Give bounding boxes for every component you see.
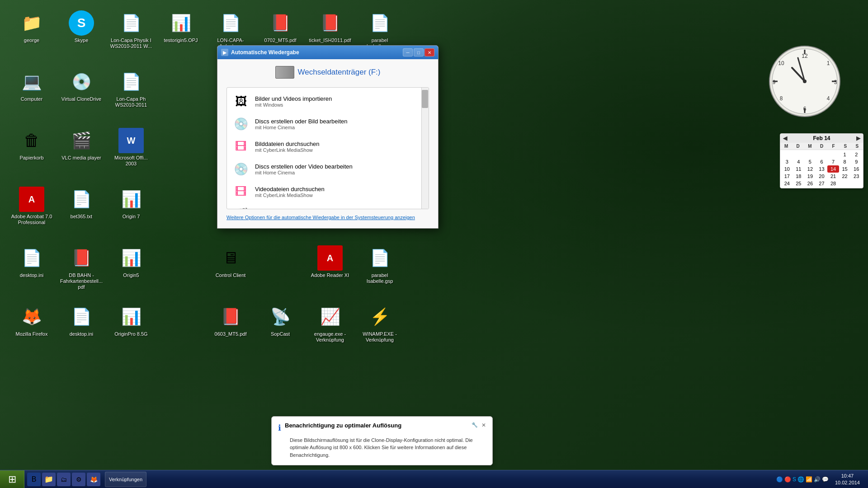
taskbar-item-verknupfungen[interactable]: Verknüpfungen <box>105 472 146 487</box>
desktop-icon-db-bahn[interactable]: 📕 DB BAHN - Fahrkartenbestell...pdf <box>57 242 106 300</box>
icon-label: Origin5 <box>123 272 139 278</box>
notification-close-button[interactable]: ✕ <box>481 422 486 428</box>
taskbar-icon-explorer[interactable]: 📁 <box>42 473 56 486</box>
desktop-icon-desktop-ini1[interactable]: 📄 desktop.ini <box>7 242 57 300</box>
icon-label: desktop.ini <box>20 272 44 278</box>
taskbar-icon-beatport[interactable]: B <box>27 473 41 486</box>
tray-icon-skype[interactable]: S <box>793 476 796 483</box>
desktop-icon-virtual-clone[interactable]: 💿 Virtual CloneDrive <box>57 66 106 124</box>
chart-icon: 📊 <box>168 10 193 36</box>
icon-label: VLC media player <box>61 155 101 161</box>
tray-icon-4[interactable]: 📶 <box>806 476 812 483</box>
firefox-icon: 🦊 <box>19 304 44 329</box>
dialog-title: Automatische Wiedergabe <box>231 49 400 56</box>
desktop-icon-parabel2[interactable]: 📄 parabel Isabelle.gsp <box>355 242 405 300</box>
clock-area[interactable]: 10:47 10.02.2014 <box>830 473 864 486</box>
drive-icon <box>275 66 294 79</box>
desktop-icon-winamp[interactable]: ⚡ WINAMP.EXE - Verknüpfung <box>355 300 405 359</box>
taskbar-icon-explorer2[interactable]: 🗂 <box>57 473 71 486</box>
desktop-icon-control-client[interactable]: 🖥 Control Client <box>206 242 255 300</box>
scrollbar-track[interactable] <box>421 88 429 209</box>
document-icon: 📄 <box>118 69 144 94</box>
maximize-button[interactable]: □ <box>414 48 424 56</box>
taskbar-icon-settings[interactable]: ⚙ <box>72 473 85 486</box>
winamp-icon: ⚡ <box>367 304 392 329</box>
document-icon: 📄 <box>118 10 144 36</box>
desktop-icon-desktop-ini2[interactable]: 📄 desktop.ini <box>57 300 106 359</box>
option-create-disc[interactable]: 💿 Discs erstellen oder Bild bearbeiten m… <box>227 113 429 135</box>
taskbar-items: Verknüpfungen <box>103 470 773 488</box>
desktop-icon-firefox[interactable]: 🦊 Mozilla Firefox <box>7 300 57 359</box>
icon-label: Lon-Capa Ph WS2010-2011 <box>110 96 153 108</box>
desktop-icon-origin7[interactable]: 📊 Origin 7 <box>106 183 156 242</box>
clock-time: 10:47 <box>841 473 854 479</box>
notification-popup: ℹ Benachrichtigung zu optimaler Auflösun… <box>271 416 493 466</box>
icon-label: Adobe Reader XI <box>311 272 349 278</box>
windows-logo-icon: ⊞ <box>8 474 16 485</box>
desktop-icon-adobe-reader[interactable]: A Adobe Reader XI <box>305 242 355 300</box>
icon-label: OriginPro 8.5G <box>114 331 147 337</box>
icon-label: Papierkorb <box>19 155 43 161</box>
office-icon: W <box>118 128 144 153</box>
footer-link[interactable]: Weitere Optionen für die automatische Wi… <box>226 214 429 221</box>
option-text: Bilder und Videos importieren mit Window… <box>255 95 423 108</box>
desktop-icon-papierkorb[interactable]: 🗑 Papierkorb <box>7 124 57 183</box>
calendar-next-button[interactable]: ▶ <box>856 135 860 141</box>
calendar-widget: ◀ Feb 14 ▶ M D M D F S S 1 2 3 4 5 6 7 8 <box>780 133 863 188</box>
calendar-prev-button[interactable]: ◀ <box>783 135 787 141</box>
desktop-icon-origin5[interactable]: 📊 Origin5 <box>106 242 156 300</box>
pictures-icon: 🖼 <box>232 93 250 110</box>
tray-icon-1[interactable]: 🔵 <box>776 476 783 483</box>
tray-icon-2[interactable]: 🔴 <box>784 476 791 483</box>
svg-text:3: 3 <box>834 79 837 85</box>
desktop-icon-lon-capa-physik[interactable]: 📄 Lon-Capa Physik I WS2010-2011 W... <box>106 7 156 66</box>
tray-icon-3[interactable]: 🌐 <box>797 476 804 483</box>
svg-text:9: 9 <box>773 79 776 85</box>
option-import-pictures[interactable]: 🖼 Bilder und Videos importieren mit Wind… <box>227 90 429 113</box>
desktop-icon-engauge[interactable]: 📈 engauge.exe - Verknüpfung <box>305 300 355 359</box>
taskbar: ⊞ B 📁 🗂 ⚙ 🦊 Verknüpfungen 🔵 🔴 S 🌐 📶 🔊 💬 <box>0 470 868 488</box>
desktop-icon-george[interactable]: 📁 george <box>7 7 57 66</box>
icon-label: Control Client <box>216 272 246 278</box>
desktop-icon-testorigin5[interactable]: 📊 testorigin5.OPJ <box>156 7 206 66</box>
desktop-icon-sopcast[interactable]: 📡 SopCast <box>255 300 305 359</box>
desktop-icon-ms-office[interactable]: W Microsoft Offi... 2003 <box>106 124 156 183</box>
document-icon: 📄 <box>367 10 392 36</box>
icon-label: testorigin5.OPJ <box>164 38 198 43</box>
desktop-icon-vlc[interactable]: 🎬 VLC media player <box>57 124 106 183</box>
taskbar-tray: 🔵 🔴 S 🌐 📶 🔊 💬 10:47 10.02.2014 <box>773 473 868 486</box>
option-create-disc2[interactable]: 💿 Discs erstellen oder Video bearbeiten … <box>227 158 429 180</box>
desktop-icon-skype[interactable]: S Skype <box>57 7 106 66</box>
option-browse-images[interactable]: 🎞 Bilddateien durchsuchen mit CyberLink … <box>227 135 429 158</box>
sopcast-icon: 📡 <box>268 304 293 329</box>
desktop-icon-originpro[interactable]: 📊 OriginPro 8.5G <box>106 300 156 359</box>
close-button[interactable]: ✕ <box>425 48 434 56</box>
options-container: 🖼 Bilder und Videos importieren mit Wind… <box>226 87 429 209</box>
icon-label: Mozilla Firefox <box>16 331 48 337</box>
taskbar-item-label: Verknüpfungen <box>109 477 142 482</box>
desktop-icon-0603-mt5[interactable]: 📕 0603_MT5.pdf <box>206 300 255 359</box>
desktop-icon-bet365[interactable]: 📄 bet365.txt <box>57 183 106 242</box>
tray-icon-6[interactable]: 💬 <box>822 476 829 483</box>
option-text: Bilddateien durchsuchen mit CyberLink Me… <box>255 141 423 153</box>
drive-icon: 💿 <box>69 69 94 94</box>
icon-label: Skype <box>75 38 89 43</box>
option-text: Videodateien wiedergeben mit VideoLAN VL… <box>255 208 423 209</box>
option-text: Discs erstellen oder Bild bearbeiten mit… <box>255 118 423 130</box>
tray-icon-5[interactable]: 🔊 <box>814 476 821 483</box>
start-button[interactable]: ⊞ <box>0 470 24 488</box>
document-icon: 📄 <box>367 245 392 271</box>
window-controls: ─ □ ✕ <box>403 48 434 56</box>
minimize-button[interactable]: ─ <box>403 48 413 56</box>
desktop-icon-computer[interactable]: 💻 Computer <box>7 66 57 124</box>
images-icon: 🎞 <box>232 138 250 155</box>
icon-label: WINAMP.EXE - Verknüpfung <box>359 331 401 343</box>
option-browse-video[interactable]: 🎞 Videodateien durchsuchen mit CyberLink… <box>227 180 429 203</box>
desktop-icon-acrobat[interactable]: A Adobe Acrobat 7.0 Professional <box>7 183 57 242</box>
desktop-icon-lon-capa-ph[interactable]: 📄 Lon-Capa Ph WS2010-2011 <box>106 66 156 124</box>
notification-body[interactable]: Diese Bildschirmauflösung ist für die Cl… <box>278 436 486 459</box>
text-file-icon: 📄 <box>69 187 94 212</box>
option-play-vlc[interactable]: 🎬 Videodateien wiedergeben mit VideoLAN … <box>227 203 429 209</box>
taskbar-icon-firefox[interactable]: 🦊 <box>87 473 100 486</box>
scrollbar-thumb[interactable] <box>422 90 428 108</box>
